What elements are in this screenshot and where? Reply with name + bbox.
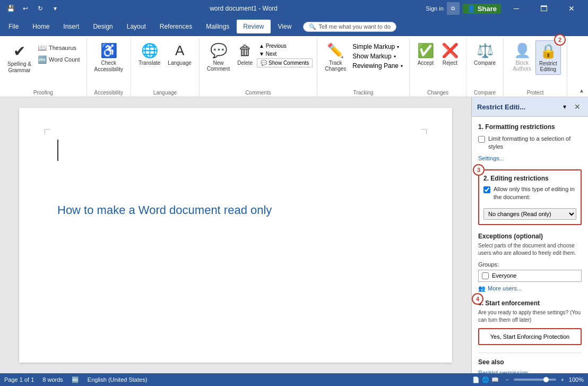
menu-design[interactable]: Design [87, 20, 119, 33]
signin-button[interactable]: Sign in [426, 5, 444, 12]
translate-label: Translate [139, 60, 160, 66]
panel-options-button[interactable]: ▾ [559, 101, 570, 112]
restrict-editing-label: RestrictEditing [539, 61, 557, 72]
translate-button[interactable]: 🌐 Translate [135, 40, 163, 68]
panel-header: Restrict Editi... ▾ ✕ [472, 97, 588, 117]
undo-button[interactable]: ↩ [19, 2, 32, 15]
print-layout-button[interactable]: 📄 [472, 376, 480, 383]
new-comment-button[interactable]: 💬 NewComment [204, 40, 233, 74]
show-markup-dropdown-icon: ▾ [394, 54, 396, 59]
menu-insert[interactable]: Insert [57, 20, 85, 33]
menu-review[interactable]: Review [237, 20, 270, 33]
save-button[interactable]: 💾 [4, 2, 17, 15]
reviewing-pane-dropdown-icon: ▾ [401, 64, 403, 68]
formatting-checkbox[interactable] [478, 136, 485, 143]
zoom-level: 100% [569, 376, 584, 383]
menu-view[interactable]: View [272, 20, 298, 33]
translate-icon: 🌐 [141, 42, 158, 59]
simple-markup-label: Simple Markup [352, 43, 395, 50]
reviewing-pane-label: Reviewing Pane [352, 62, 399, 70]
document-area: How to make a Word document read only [0, 97, 471, 373]
block-authors-label: BlockAuthors [513, 60, 531, 72]
menu-references[interactable]: References [153, 20, 198, 33]
cursor-position [57, 140, 58, 161]
enforcement-description: Are you ready to apply these settings? (… [478, 309, 582, 324]
check-accessibility-button[interactable]: ♿ CheckAccessibility [91, 40, 126, 75]
reject-label: Reject [443, 60, 457, 66]
restrict-editing-button[interactable]: 🔒 RestrictEditing [535, 40, 561, 75]
show-markup-button[interactable]: Show Markup ▾ [350, 52, 405, 61]
restrict-editing-panel: Restrict Editi... ▾ ✕ 1. Formatting rest… [471, 97, 588, 373]
accept-label: Accept [418, 60, 434, 66]
zoom-thumb[interactable] [543, 377, 549, 382]
zoom-slider[interactable] [514, 379, 556, 381]
accept-icon: ✅ [417, 42, 434, 59]
menu-mailings[interactable]: Mailings [200, 20, 236, 33]
start-enforcing-button[interactable]: Yes, Start Enforcing Protection [478, 328, 582, 345]
previous-comment-button[interactable]: ▲ Previous [257, 42, 313, 49]
zoom-in-button[interactable]: + [558, 375, 567, 384]
track-changes-label: TrackChanges [325, 60, 346, 72]
reject-button[interactable]: ❌ Reject [438, 40, 462, 68]
customize-qat-button[interactable]: ▾ [49, 2, 62, 15]
quick-access-toolbar: 💾 ↩ ↻ ▾ [4, 2, 62, 15]
thesaurus-button[interactable]: 📖 Thesaurus [36, 42, 82, 53]
menu-layout[interactable]: Layout [120, 20, 152, 33]
formatting-restrictions-title: 1. Formatting restrictions [478, 123, 582, 131]
language-button[interactable]: A Language [165, 40, 195, 68]
menu-home[interactable]: Home [26, 20, 56, 33]
word-count-button[interactable]: 🔤 Word Count [36, 54, 82, 65]
close-button[interactable]: ✕ [559, 0, 584, 17]
web-layout-button[interactable]: 🌐 [482, 376, 489, 383]
tell-me-input[interactable]: 🔍 Tell me what you want to do [303, 22, 396, 32]
spelling-grammar-button[interactable]: ✔ Spelling &Grammar [4, 40, 34, 76]
reviewing-pane-button[interactable]: Reviewing Pane ▾ [350, 62, 405, 70]
delete-comment-button[interactable]: 🗑 Delete [234, 40, 256, 68]
restore-window-button[interactable]: ⧉ [447, 2, 460, 15]
formatting-restrictions-section: 1. Formatting restrictions Limit formatt… [478, 123, 582, 162]
next-comment-button[interactable]: ▼ Next [257, 50, 313, 57]
editing-restrictions-section: 3 2. Editing restrictions Allow only thi… [478, 169, 582, 225]
restrict-permission-link[interactable]: Restrict permission... [478, 370, 533, 373]
more-users-button[interactable]: 👥 More users... [478, 285, 582, 292]
zoom-out-button[interactable]: − [503, 375, 512, 384]
maximize-button[interactable]: 🗖 [532, 0, 556, 17]
language-group-label: Language [153, 88, 177, 96]
ribbon-collapse-button[interactable]: ▲ [577, 86, 586, 95]
minimize-button[interactable]: ─ [504, 0, 529, 17]
ribbon-group-protect: 2 👤 BlockAuthors 🔒 RestrictEditing Prote… [504, 38, 567, 97]
compare-icon: ⚖️ [477, 42, 494, 59]
status-bar: Page 1 of 1 8 words 🔤 English (United St… [0, 373, 588, 386]
settings-link[interactable]: Settings... [478, 155, 504, 161]
share-button[interactable]: 👤 Share [463, 4, 501, 14]
zoom-controls: − + 100% [503, 375, 584, 384]
track-changes-button[interactable]: ✏️ TrackChanges [322, 40, 349, 74]
panel-body: 1. Formatting restrictions Limit formatt… [472, 117, 588, 373]
editing-checkbox-row: Allow only this type of editing in the d… [483, 185, 576, 202]
redo-button[interactable]: ↻ [34, 2, 47, 15]
document-heading: How to make a Word document read only [57, 203, 414, 217]
accept-button[interactable]: ✅ Accept [414, 40, 437, 68]
title-bar-left: 💾 ↩ ↻ ▾ [4, 2, 62, 15]
simple-markup-button[interactable]: Simple Markup ▾ [350, 42, 405, 51]
everyone-checkbox[interactable] [482, 272, 489, 279]
show-comments-button[interactable]: 💬 Show Comments [257, 58, 313, 67]
page-marker-tl2 [45, 129, 45, 134]
editing-type-dropdown[interactable]: No changes (Read only) Tracked changes C… [483, 208, 576, 220]
formatting-checkbox-label: Limit formatting to a selection of style… [488, 135, 582, 151]
block-authors-button[interactable]: 👤 BlockAuthors [509, 40, 534, 74]
exceptions-title: Exceptions (optional) [478, 233, 582, 240]
panel-close-button[interactable]: ✕ [572, 101, 583, 112]
reject-icon: ❌ [442, 42, 459, 59]
editing-checkbox-label: Allow only this type of editing in the d… [494, 185, 576, 202]
editing-checkbox[interactable] [483, 186, 490, 193]
title-bar: 💾 ↩ ↻ ▾ word document1 - Word Sign in ⧉ … [0, 0, 588, 17]
read-mode-button[interactable]: 📖 [491, 376, 499, 383]
menu-file[interactable]: File [2, 20, 25, 33]
compare-button[interactable]: ⚖️ Compare [471, 40, 499, 68]
proofing-group-label: Proofing [33, 88, 53, 96]
window-title: word document1 - Word [62, 5, 426, 12]
show-comments-icon: 💬 [261, 60, 267, 66]
spelling-grammar-label: Spelling &Grammar [7, 61, 31, 74]
main-area: How to make a Word document read only Re… [0, 97, 588, 373]
